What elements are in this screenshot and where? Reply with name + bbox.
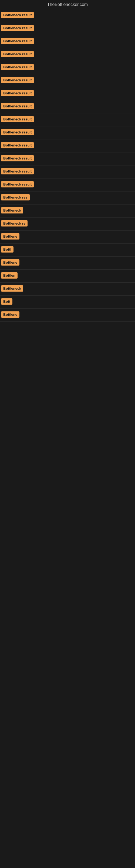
result-row: Bott (0, 296, 135, 309)
bottleneck-badge[interactable]: Bottleneck (1, 207, 23, 214)
result-row: Bottleneck result (0, 9, 135, 22)
site-title: TheBottlenecker.com (0, 0, 135, 9)
result-row: Bottleneck result (0, 35, 135, 48)
result-row: Bottleneck result (0, 87, 135, 100)
result-row: Bottlene (0, 257, 135, 270)
bottleneck-badge[interactable]: Bottleneck result (1, 12, 34, 18)
result-row: Bottlene (0, 230, 135, 244)
result-row: Bottleneck result (0, 179, 135, 191)
bottleneck-badge[interactable]: Bottleneck result (1, 181, 34, 187)
result-row: Bottl (0, 244, 135, 257)
result-row: Bottleneck (0, 205, 135, 218)
bottleneck-badge[interactable]: Bottlene (1, 259, 19, 266)
result-row: Bottleneck result (0, 48, 135, 61)
bottleneck-badge[interactable]: Bottleneck (1, 285, 23, 291)
result-row: Bottleneck result (0, 126, 135, 140)
bottleneck-badge[interactable]: Bottleneck result (1, 129, 34, 135)
result-row: Bottleneck re (0, 218, 135, 230)
result-row: Bottlene (0, 309, 135, 322)
bottleneck-badge[interactable]: Bottleneck result (1, 51, 34, 57)
result-row: Bottleneck result (0, 61, 135, 74)
ellipsis-indicator: ... (1, 308, 3, 865)
result-row: Bottleneck result (0, 140, 135, 152)
bottleneck-badge[interactable]: Bottleneck result (1, 25, 34, 31)
bottleneck-badge[interactable]: Bottleneck result (1, 64, 34, 70)
bottleneck-badge[interactable]: Bottleneck result (1, 168, 34, 175)
bottleneck-badge[interactable]: Bottleneck result (1, 103, 34, 109)
bottleneck-badge[interactable]: Bottlene (1, 311, 19, 318)
bottleneck-badge[interactable]: Bottleneck res (1, 194, 30, 200)
result-row: Bottleneck result (0, 152, 135, 165)
bottleneck-badge[interactable]: Bottlen (1, 272, 17, 279)
bottleneck-badge[interactable]: Bottleneck result (1, 116, 34, 122)
result-row: Bottleneck result (0, 100, 135, 113)
result-row: Bottleneck result (0, 74, 135, 87)
bottleneck-badge[interactable]: Bottlene (1, 233, 19, 240)
bottleneck-badge[interactable]: Bottleneck result (1, 155, 34, 161)
result-row: Bottleneck (0, 283, 135, 296)
result-row: Bottleneck result (0, 113, 135, 126)
result-row: Bottleneck res (0, 191, 135, 205)
result-row: Bottleneck result (0, 22, 135, 35)
bottleneck-badge[interactable]: Bottleneck re (1, 220, 28, 226)
bottleneck-badge[interactable]: Bottleneck result (1, 38, 34, 44)
result-row: Bottlen (0, 270, 135, 283)
result-row: Bottleneck result (0, 165, 135, 179)
bottleneck-badge[interactable]: Bottleneck result (1, 77, 34, 83)
bottleneck-badge[interactable]: Bottleneck result (1, 142, 34, 148)
bottleneck-badge[interactable]: Bott (1, 299, 12, 305)
bottleneck-badge[interactable]: Bottl (1, 246, 13, 252)
bottleneck-badge[interactable]: Bottleneck result (1, 90, 34, 96)
